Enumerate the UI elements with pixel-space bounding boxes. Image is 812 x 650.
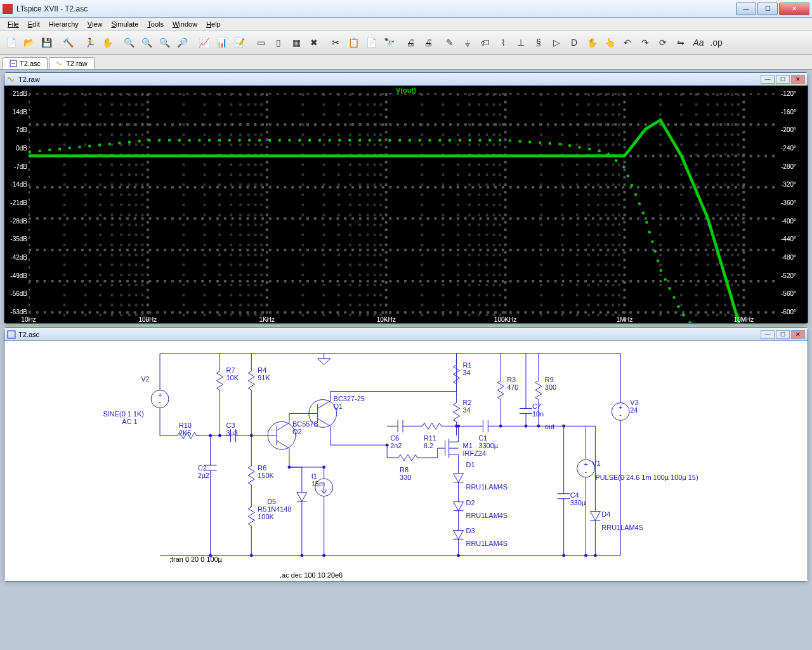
svg-text:3µ3: 3µ3	[226, 429, 238, 437]
svg-text:330µ: 330µ	[570, 499, 586, 507]
component-icon[interactable]: D	[566, 34, 582, 51]
schematic-icon	[7, 330, 16, 339]
zoom-out-icon[interactable]: 🔍	[156, 34, 173, 51]
menu-help[interactable]: Help	[202, 19, 225, 29]
pick-trace-icon[interactable]: 📊	[213, 34, 230, 51]
rotate-icon[interactable]: ⟳	[655, 34, 671, 51]
svg-text:R11: R11	[424, 434, 436, 442]
undo-icon[interactable]: ↶	[619, 34, 636, 51]
diode-icon[interactable]: ▷	[548, 34, 565, 51]
drag-icon[interactable]: 👆	[601, 34, 618, 51]
svg-text:150K: 150K	[258, 472, 274, 479]
ground-icon[interactable]: ⏚	[459, 34, 476, 51]
svg-text:1N4148: 1N4148	[267, 505, 291, 513]
text-icon[interactable]: Aa	[690, 34, 707, 51]
x-tick: 10KHz	[377, 316, 396, 323]
schematic-canvas[interactable]: +-V2SINE(0 1 1K)AC 1R102K5C22µ2C33µ3R710…	[4, 341, 808, 581]
spice-directive-icon[interactable]: .op	[708, 34, 724, 51]
capacitor-icon[interactable]: ⊥	[513, 34, 529, 51]
print-setup-icon[interactable]: 🖨	[420, 34, 436, 51]
schematic-title: T2.asc	[18, 331, 761, 338]
move-icon[interactable]: ✋	[584, 34, 600, 51]
minimize-button[interactable]: —	[736, 3, 756, 15]
find-icon[interactable]: 🔭	[381, 34, 397, 51]
copy-icon[interactable]: 📋	[345, 34, 362, 51]
wire-icon[interactable]: ✎	[442, 34, 458, 51]
menu-tools[interactable]: Tools	[143, 19, 167, 29]
cut-icon[interactable]: ✂	[327, 34, 344, 51]
svg-text:R8: R8	[400, 466, 409, 474]
waveform-plot[interactable]: V(out) 21dB14dB7dB0dB-7dB-14dB-21dB-28dB…	[4, 86, 808, 323]
menu-file[interactable]: File	[4, 19, 23, 29]
resistor-icon[interactable]: ⌇	[495, 34, 511, 51]
notes-icon[interactable]: 📝	[231, 34, 247, 51]
svg-text:.ac dec 100 10 20e6: .ac dec 100 10 20e6	[280, 571, 343, 579]
new-icon[interactable]: 📄	[3, 34, 19, 51]
y-right-tick: -320°	[781, 181, 808, 188]
toolbar: 📄 📂 💾 🔨 🏃 ✋ 🔍 🔍 🔍 🔎 📈 📊 📝 ▭ ▯ ▦ ✖ ✂ 📋 📄 …	[0, 30, 812, 55]
titlebar: LTspice XVII - T2.asc — ☐ ✕	[0, 0, 812, 18]
schematic-icon	[10, 60, 17, 67]
plot-area[interactable]	[29, 93, 780, 323]
mirror-icon[interactable]: ⇋	[672, 34, 689, 51]
svg-text:330: 330	[400, 474, 411, 481]
sub-close-button[interactable]: ✕	[791, 75, 805, 84]
sub-maximize-button[interactable]: ☐	[776, 330, 790, 339]
svg-text:C7: C7	[532, 402, 541, 410]
close-button[interactable]: ✕	[779, 3, 809, 15]
halt-icon[interactable]: ✋	[99, 34, 115, 51]
svg-text:RRU1LAM4S: RRU1LAM4S	[466, 512, 508, 519]
redo-icon[interactable]: ↷	[637, 34, 653, 51]
svg-text:+: +	[158, 391, 162, 399]
y-right-tick: -120°	[781, 90, 808, 97]
svg-point-146	[322, 465, 325, 468]
y-left-tick: -42dB	[4, 254, 27, 261]
label-icon[interactable]: 🏷	[477, 34, 494, 51]
run-icon[interactable]: 🏃	[81, 34, 98, 51]
x-tick: 100KHz	[494, 316, 517, 323]
app-icon	[3, 4, 13, 14]
svg-text:2µ2: 2µ2	[198, 472, 209, 479]
inductor-icon[interactable]: §	[530, 34, 547, 51]
open-icon[interactable]: 📂	[20, 34, 37, 51]
tab-waveform[interactable]: T2.raw	[49, 57, 95, 69]
svg-text:2K5: 2K5	[179, 429, 191, 437]
menu-window[interactable]: Window	[169, 19, 201, 29]
svg-text:R5: R5	[258, 505, 266, 513]
zoom-pan-icon[interactable]: 🔍	[138, 34, 155, 51]
svg-text:RRU1LAM4S: RRU1LAM4S	[466, 540, 508, 547]
tile-vert-icon[interactable]: ▯	[270, 34, 287, 51]
svg-text:Q2: Q2	[292, 428, 302, 435]
menu-view[interactable]: View	[84, 19, 107, 29]
y-left-tick: -21dB	[4, 199, 27, 206]
svg-text:C3: C3	[226, 421, 235, 429]
zoom-in-icon[interactable]: 🔍	[121, 34, 137, 51]
sub-minimize-button[interactable]: —	[761, 75, 775, 84]
cascade-icon[interactable]: ▦	[288, 34, 304, 51]
sub-minimize-button[interactable]: —	[761, 330, 775, 339]
menu-simulate[interactable]: Simulate	[107, 19, 142, 29]
x-tick: 10Hz	[21, 316, 36, 323]
svg-point-157	[322, 554, 325, 557]
waveform-titlebar[interactable]: T2.raw — ☐ ✕	[4, 73, 808, 86]
tile-horiz-icon[interactable]: ▭	[252, 34, 269, 51]
save-icon[interactable]: 💾	[38, 34, 55, 51]
schematic-titlebar[interactable]: T2.asc — ☐ ✕	[4, 328, 808, 341]
menu-hierarchy[interactable]: Hierarchy	[45, 19, 82, 29]
y-right-tick: -160°	[781, 108, 808, 115]
svg-text:R6: R6	[258, 464, 266, 472]
zoom-fit-icon[interactable]: 🔎	[174, 34, 190, 51]
sub-close-button[interactable]: ✕	[791, 330, 805, 339]
svg-text:100K: 100K	[258, 513, 274, 521]
paste-icon[interactable]: 📄	[363, 34, 379, 51]
sub-maximize-button[interactable]: ☐	[776, 75, 790, 84]
control-panel-icon[interactable]: 🔨	[60, 34, 76, 51]
maximize-button[interactable]: ☐	[757, 3, 778, 15]
menu-edit[interactable]: Edit	[24, 19, 44, 29]
autorange-icon[interactable]: 📈	[195, 34, 212, 51]
x-tick: 10MHz	[734, 316, 754, 323]
y-right-tick: -520°	[781, 272, 808, 279]
close-all-icon[interactable]: ✖	[306, 34, 322, 51]
print-icon[interactable]: 🖨	[402, 34, 419, 51]
tab-schematic[interactable]: T2.asc	[3, 57, 48, 69]
